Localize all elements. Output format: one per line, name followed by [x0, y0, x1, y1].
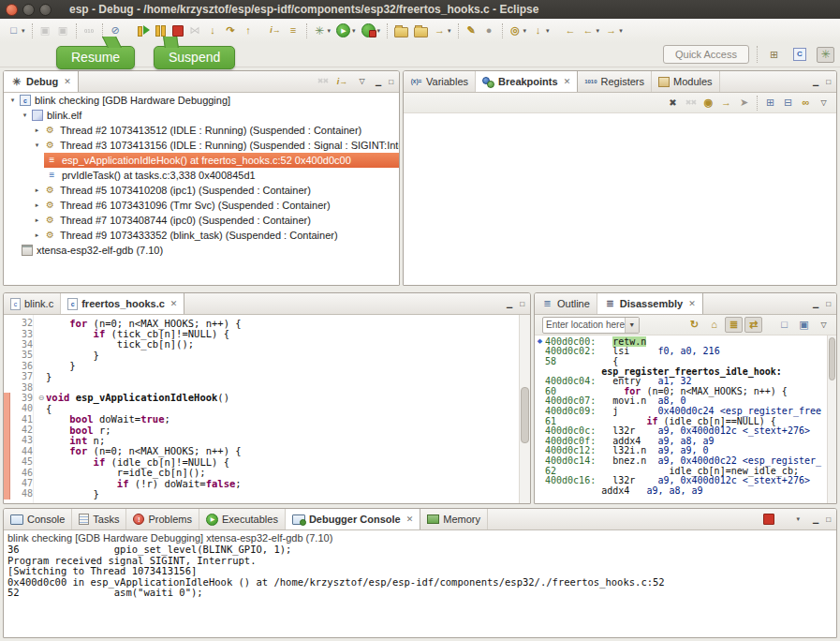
- view-menu-button[interactable]: ▽: [815, 317, 833, 333]
- step-into-button[interactable]: ↓: [204, 22, 222, 38]
- location-combo[interactable]: Enter location here ▼: [542, 317, 640, 334]
- console-output[interactable]: blink checking [GDB Hardware Debugging] …: [4, 530, 836, 638]
- refresh-button[interactable]: ↻: [685, 317, 703, 333]
- disassembly-scrollbar[interactable]: [827, 335, 836, 504]
- tree-item[interactable]: xtensa-esp32-elf-gdb (7.10): [4, 243, 399, 258]
- open-type-button[interactable]: [391, 22, 411, 39]
- editor-minimize-button[interactable]: ▁: [504, 299, 515, 309]
- next-annotation-button[interactable]: ↓▾: [529, 22, 553, 38]
- tree-item[interactable]: ▾cblink checking [GDB Hardware Debugging…: [4, 93, 399, 108]
- console-tab-debugger-console[interactable]: Debugger Console✕: [286, 509, 420, 529]
- step-return-button[interactable]: ↑: [240, 22, 258, 38]
- step-over-button[interactable]: ↷: [222, 22, 240, 38]
- remove-breakpoint-button[interactable]: ✖: [664, 95, 682, 111]
- pin-button[interactable]: ▣: [795, 317, 813, 333]
- view-menu-button[interactable]: ▽: [815, 95, 833, 111]
- use-step-filters-button[interactable]: ≡: [285, 22, 302, 38]
- tree-twisty-icon[interactable]: ▾: [7, 97, 18, 104]
- debug-perspective-button[interactable]: ✳: [817, 47, 834, 63]
- editor-tab-blink-c[interactable]: cblink.c: [4, 293, 61, 314]
- tree-item[interactable]: ▾⚙Thread #3 1073413156 (IDLE : Running) …: [4, 138, 399, 153]
- fold-marker-icon[interactable]: ⊖: [37, 394, 46, 402]
- new-cpp-wizard-button[interactable]: →▾: [431, 22, 454, 38]
- instruction-stepping-button[interactable]: i→: [333, 74, 351, 90]
- open-perspective-button[interactable]: ⊞: [765, 47, 783, 63]
- console-tab-tasks[interactable]: Tasks: [72, 509, 126, 529]
- build-button[interactable]: 010: [81, 22, 98, 38]
- debug-button[interactable]: ✳▾: [311, 22, 334, 38]
- tree-twisty-icon[interactable]: ▸: [32, 127, 42, 134]
- debug-view-minimize-button[interactable]: ▁: [373, 77, 384, 87]
- open-new-view-button[interactable]: □: [775, 317, 793, 333]
- tree-twisty-icon[interactable]: ▸: [32, 186, 42, 194]
- disconnect-button[interactable]: ⋈: [186, 22, 204, 38]
- window-close-button[interactable]: [6, 4, 18, 16]
- window-minimize-button[interactable]: [22, 4, 35, 16]
- terminate-button[interactable]: [760, 512, 777, 528]
- editor-scrollbar-thumb[interactable]: [521, 387, 529, 443]
- tree-twisty-icon[interactable]: ▾: [32, 142, 42, 149]
- console-tab-executables[interactable]: Executables: [199, 509, 286, 529]
- tree-item[interactable]: ≡prvIdleTask() at tasks.c:3,338 0x400845…: [4, 168, 399, 183]
- breakpoints-view-minimize-button[interactable]: ▁: [810, 77, 821, 87]
- remove-all-terminated-button[interactable]: ✖✖: [314, 74, 332, 90]
- close-icon[interactable]: ✕: [170, 299, 178, 308]
- breakpoints-view-maximize-button[interactable]: □: [823, 77, 833, 87]
- console-tab-console[interactable]: Console: [4, 509, 72, 529]
- console-tab-problems[interactable]: Problems: [126, 509, 199, 529]
- track-expression-button[interactable]: ⇄: [744, 317, 762, 333]
- close-icon[interactable]: ✕: [406, 514, 414, 524]
- editor-maximize-button[interactable]: □: [517, 299, 527, 309]
- refresh-index-button[interactable]: ●: [480, 22, 498, 38]
- right-view-tab-registers[interactable]: 1010Registers: [578, 71, 652, 92]
- disassembly-tab-disassembly[interactable]: ≣Disassembly✕: [597, 293, 703, 314]
- console-minimize-button[interactable]: ▁: [810, 514, 821, 525]
- format-button[interactable]: ✎: [463, 22, 480, 38]
- tree-twisty-icon[interactable]: ▸: [32, 231, 42, 239]
- tree-twisty-icon[interactable]: ▾: [20, 112, 30, 119]
- forward-button[interactable]: →▾: [602, 22, 626, 38]
- save-all-button[interactable]: ▣: [54, 22, 72, 38]
- right-view-tab-variables[interactable]: (x)=Variables: [404, 71, 476, 92]
- tree-item[interactable]: ▸⚙Thread #5 1073410208 (ipc1) (Suspended…: [4, 183, 399, 198]
- view-menu-button[interactable]: ▽: [353, 74, 371, 90]
- disassembly-scrollbar-thumb[interactable]: [829, 337, 835, 380]
- tree-item[interactable]: ▸⚙Thread #6 1073431096 (Tmr Svc) (Suspen…: [4, 198, 399, 213]
- back-button[interactable]: ←▾: [580, 22, 603, 38]
- tree-item[interactable]: ▸⚙Thread #7 1073408744 (ipc0) (Suspended…: [4, 213, 399, 228]
- disassembly-content[interactable]: ◆400d0c00: retw.n400d0c02: lsi f0, a0, 2…: [535, 335, 836, 504]
- tree-twisty-icon[interactable]: ▸: [32, 201, 42, 209]
- home-button[interactable]: ⌂: [705, 317, 723, 333]
- debug-view-tab-debug[interactable]: ✳Debug✕: [4, 71, 79, 92]
- last-edit-location-button[interactable]: ←: [562, 22, 580, 38]
- editor-scrollbar[interactable]: [519, 315, 530, 504]
- editor-tab-freertos-hooks-c[interactable]: cfreertos_hooks.c✕: [61, 293, 184, 314]
- disassembly-tab-outline[interactable]: ≣Outline: [535, 293, 597, 314]
- instruction-stepping-button[interactable]: i→: [267, 22, 285, 38]
- search-occurrences-button[interactable]: ◎▾: [507, 22, 530, 38]
- expand-all-button[interactable]: ⊞: [761, 95, 779, 111]
- show-source-button[interactable]: ≣: [725, 317, 743, 333]
- right-view-tab-modules[interactable]: Modules: [652, 71, 720, 92]
- remove-all-breakpoints-button[interactable]: ✖✖: [682, 95, 700, 111]
- collapse-all-button[interactable]: ⊟: [779, 95, 797, 111]
- skip-all-breakpoints-button[interactable]: ➤: [735, 95, 753, 111]
- window-maximize-button[interactable]: [39, 4, 52, 16]
- cpp-perspective-button[interactable]: C: [790, 46, 809, 63]
- disassembly-minimize-button[interactable]: ▁: [810, 299, 821, 309]
- run-button[interactable]: ▾: [333, 22, 359, 39]
- stack-frame-selected[interactable]: ≡esp_vApplicationIdleHook() at freertos_…: [4, 153, 399, 168]
- resume-button[interactable]: [134, 22, 152, 38]
- new-wizard-button[interactable]: □▾: [5, 22, 28, 38]
- tree-item[interactable]: ▾blink.elf: [4, 108, 399, 123]
- editor-content[interactable]: 32 for (n=0; n<MAX_HOOKS; n++) {33 if (t…: [4, 315, 530, 504]
- close-icon[interactable]: ✕: [64, 77, 71, 86]
- coverage-button[interactable]: ▾: [359, 22, 384, 39]
- tree-item[interactable]: ▸⚙Thread #2 1073413512 (IDLE : Running) …: [4, 123, 399, 138]
- show-breakpoints-for-button[interactable]: ◉: [700, 95, 717, 111]
- display-selected-console-button[interactable]: ▾: [779, 512, 803, 528]
- save-button[interactable]: ▣: [37, 22, 54, 38]
- tree-twisty-icon[interactable]: ▸: [32, 216, 42, 224]
- debug-tree[interactable]: ▾cblink checking [GDB Hardware Debugging…: [4, 93, 399, 286]
- close-icon[interactable]: ✕: [688, 299, 696, 308]
